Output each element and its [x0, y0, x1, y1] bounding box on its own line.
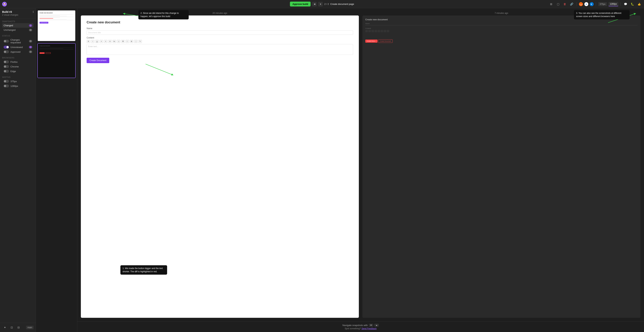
left-diff-pane: 20 minutes ago Create new document Name … — [81, 12, 359, 318]
changes-requested-label: Changes requested — [10, 39, 29, 44]
key-down: ▼ — [369, 324, 374, 326]
firefox-toggle[interactable] — [4, 61, 9, 63]
changes-requested-toggle[interactable] — [4, 40, 9, 43]
width-375-toggle[interactable] — [4, 80, 9, 83]
new-btn: Create Document — [378, 39, 393, 43]
right-diff-pane: 7 minutes ago Create new document Name C… — [362, 12, 640, 318]
topbar-left: 🐶 — [2, 2, 7, 7]
width-1280-label: 1280px — [10, 85, 18, 87]
changed-label: Changed — [4, 24, 13, 27]
sidebar-item-changed[interactable]: Changed 2 — [2, 23, 34, 28]
width-1280-row: 1280px — [2, 84, 34, 88]
sparkle-icon-button[interactable]: ✦ — [2, 325, 8, 330]
dark-form-title: Create new document — [365, 18, 638, 21]
unchanged-badge: 0 — [29, 29, 32, 31]
snapshots-label: Snapshots — [2, 20, 34, 23]
chrome-label: Chrome — [10, 65, 19, 68]
firefox-browser-icon[interactable]: 🦊 — [579, 2, 583, 6]
chrome-browser-icon[interactable]: ● — [584, 2, 588, 6]
thumbnail-2[interactable]: Create new document — [38, 43, 76, 78]
thumbnail-1[interactable]: Create new document Create Document — [38, 10, 76, 41]
edge-label: Edge — [10, 70, 16, 73]
changed-badge: 2 — [29, 24, 32, 27]
right-screenshot: Create new document Name Content — [362, 16, 640, 318]
status-unreviewed-row: Unreviewed 2 — [2, 45, 34, 50]
name-input-left: Document title — [86, 30, 353, 35]
approved-toggle[interactable] — [4, 50, 9, 53]
send-feedback-link[interactable]: Send Feedback — [362, 327, 376, 330]
topbar-right: ⊞ ▢ 🗑 🔗 🦊 ● ⏵ 375px 1280px 💬 🐛 👍 — [548, 2, 642, 7]
nav-next-button[interactable]: ▼ — [318, 2, 323, 7]
trash-icon-button[interactable]: 🗑 — [562, 2, 568, 7]
divider — [576, 2, 577, 6]
info-icon[interactable]: ℹ — [33, 11, 34, 13]
old-btn: Create Docu... — [365, 40, 378, 43]
sidebar-item-unchanged[interactable]: Unchanged 0 — [2, 28, 34, 32]
approve-build-button[interactable]: Approve build — [290, 2, 311, 7]
sidebar-bottom: ✦ ⊡ ⊟ main — [0, 323, 36, 332]
diff-footer: Navigate snapshots with ▼ ▲ Spot somethi… — [77, 321, 644, 332]
width-375-row: 375px — [2, 79, 34, 84]
edge-browser-icon[interactable]: ⏵ — [590, 2, 594, 6]
edge-row: Edge — [2, 69, 34, 74]
status-changes-row: Changes requested 0 — [2, 38, 34, 45]
divider2 — [596, 2, 596, 6]
diff-view: 20 minutes ago Create new document Name … — [77, 8, 644, 321]
nav-counter: 2 / 2 — [324, 3, 329, 6]
columns-icon-button[interactable]: ⊞ — [548, 2, 554, 7]
main-content: 20 minutes ago Create new document Name … — [77, 8, 644, 332]
form-toolbar-left: B I U ≡ ≡ H H₂ ◇ ⌘ □ ⊞ ⬚ ✎ — [86, 40, 353, 43]
firefox-label: Firefox — [10, 61, 18, 63]
width-375-label: 375px — [10, 80, 17, 83]
navigate-label: Navigate snapshots with — [342, 324, 368, 326]
submit-btn-left[interactable]: Create Document — [86, 58, 109, 63]
browsers-section: Browsers Firefox Chrome Edge — [0, 55, 36, 74]
sidebar-toggle-button[interactable]: ⊟ — [16, 325, 21, 330]
status-section: Status Changes requested 0 Unreviewed 2 … — [0, 33, 36, 55]
page-title: Create document page — [330, 3, 354, 6]
chat-icon-button[interactable]: 💬 — [623, 2, 628, 7]
thumbsup-icon-button[interactable]: 👍 — [636, 2, 642, 7]
topbar-center: Approve build ◀ ▼ 2 / 2 Create document … — [290, 2, 354, 7]
unreviewed-badge: 2 — [29, 46, 32, 48]
footer-nav: Navigate snapshots with ▼ ▲ — [342, 324, 379, 326]
approved-badge: 0 — [29, 51, 32, 53]
bug-icon-button[interactable]: 🐛 — [630, 2, 635, 7]
left-timestamp: 20 minutes ago — [81, 12, 359, 15]
thumbnail-panel: Create new document Create Document Crea… — [36, 8, 77, 332]
main-layout: Build #3 ℹ 2 visual changes Snapshots Ch… — [0, 8, 644, 332]
unchanged-label: Unchanged — [4, 29, 16, 31]
unreviewed-toggle[interactable] — [4, 46, 9, 49]
frame-icon-button[interactable]: ▢ — [556, 2, 561, 7]
footer-feedback: Spot something? Send Feedback — [345, 327, 376, 330]
chrome-toggle[interactable] — [4, 65, 9, 68]
status-label: Status — [2, 35, 34, 37]
width-1280-button[interactable]: 1280px — [608, 2, 618, 6]
nav-prev-button[interactable]: ◀ — [312, 2, 317, 7]
build-subtitle: 2 visual changes — [2, 14, 34, 16]
right-timestamp: 7 minutes ago — [362, 12, 640, 15]
browsers-label: Browsers — [2, 57, 34, 59]
dark-name-label: Name — [365, 23, 638, 25]
firefox-row: Firefox — [2, 60, 34, 64]
build-title: Build #3 ℹ — [2, 11, 34, 13]
grid-icon-button[interactable]: ⊡ — [9, 325, 14, 330]
approved-label: Approved — [10, 51, 20, 53]
width-375-button[interactable]: 375px — [598, 2, 607, 6]
unreviewed-label: Unreviewed — [10, 46, 23, 49]
link-icon-button[interactable]: 🔗 — [569, 2, 574, 7]
content-textarea-left: Enter text... — [86, 44, 353, 55]
changes-requested-badge: 0 — [29, 40, 32, 43]
width-1280-toggle[interactable] — [4, 85, 9, 87]
key-up: ▲ — [374, 324, 379, 326]
topbar: 🐶 Approve build ◀ ▼ 2 / 2 Create documen… — [0, 0, 644, 8]
left-screenshot: Create new document Name Document title … — [81, 16, 359, 318]
edge-toggle[interactable] — [4, 70, 9, 73]
divider3 — [620, 2, 621, 6]
widths-label: Widths — [2, 76, 34, 78]
dark-content-label: Content — [365, 28, 638, 29]
build-info: Build #3 ℹ 2 visual changes — [0, 8, 36, 19]
snapshots-section: Snapshots Changed 2 Unchanged 0 — [0, 19, 36, 33]
content-label-left: Content — [86, 37, 353, 39]
sidebar: Build #3 ℹ 2 visual changes Snapshots Ch… — [0, 8, 36, 332]
